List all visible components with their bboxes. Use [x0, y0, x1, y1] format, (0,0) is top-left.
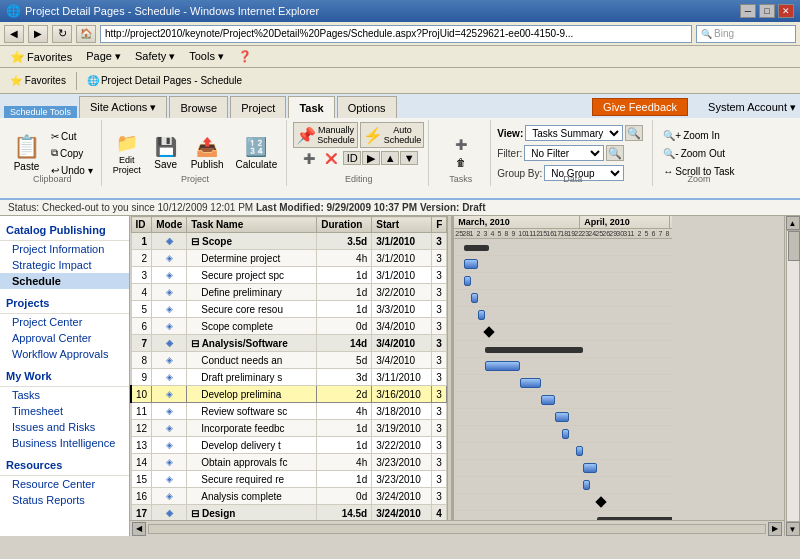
table-row[interactable]: 9 ◈ Draft preliminary s 3d 3/11/2010 3: [131, 369, 447, 386]
tab-site-actions[interactable]: Site Actions ▾: [79, 96, 168, 118]
vertical-scrollbar[interactable]: ▲ ▼: [784, 216, 800, 536]
table-row[interactable]: 8 ◈ Conduct needs an 5d 3/4/2010 3: [131, 352, 447, 369]
menu-page[interactable]: Page ▾: [80, 48, 127, 65]
tasks-insert-button[interactable]: ➕: [451, 136, 471, 152]
cell-taskname: Secure required re: [187, 471, 317, 488]
table-row[interactable]: 7 ◈ ⊟ Analysis/Software 14d 3/4/2010 3: [131, 335, 447, 352]
table-row[interactable]: 16 ◈ Analysis complete 0d 3/24/2010 3: [131, 488, 447, 505]
zoom-in-btn[interactable]: 🔍+ Zoom In: [659, 127, 738, 143]
sidebar-item-business-intelligence[interactable]: Business Intelligence: [0, 435, 129, 451]
sidebar-item-tasks[interactable]: Tasks: [0, 387, 129, 403]
col-mode: Mode: [152, 217, 187, 233]
minimize-button[interactable]: ─: [740, 4, 756, 18]
cell-f: 3: [432, 352, 447, 369]
publish-button[interactable]: 📤 Publish: [186, 128, 229, 178]
expand-button[interactable]: ▼: [400, 151, 418, 165]
collapse-button[interactable]: ▲: [381, 151, 399, 165]
sidebar-item-resource-center[interactable]: Resource Center: [0, 476, 129, 492]
scroll-up-button[interactable]: ▲: [786, 216, 800, 230]
gantt-task-bar: [555, 412, 569, 422]
sidebar-item-approval-center[interactable]: Approval Center: [0, 330, 129, 346]
scroll-right-button[interactable]: ▶: [768, 522, 782, 536]
table-row[interactable]: 2 ◈ Determine project 4h 3/1/2010 3: [131, 250, 447, 267]
scroll-track[interactable]: [786, 230, 800, 522]
menu-help[interactable]: ❓: [232, 48, 258, 65]
paste-button[interactable]: 📋 Paste: [8, 128, 45, 178]
table-row[interactable]: 11 ◈ Review software sc 4h 3/18/2010 3: [131, 403, 447, 420]
table-row[interactable]: 5 ◈ Secure core resou 1d 3/3/2010 3: [131, 301, 447, 318]
scroll-thumb[interactable]: [788, 231, 800, 261]
gantt-row: [454, 409, 672, 426]
outdent-button[interactable]: ID: [343, 151, 361, 165]
view-select[interactable]: Tasks Summary: [525, 125, 623, 141]
close-button[interactable]: ✕: [778, 4, 794, 18]
cell-id: 1: [131, 233, 152, 250]
table-row[interactable]: 13 ◈ Develop delivery t 1d 3/22/2010 3: [131, 437, 447, 454]
zoom-out-button[interactable]: 🔍: [606, 145, 624, 161]
save-button[interactable]: 💾 Save: [148, 128, 184, 178]
sidebar-item-status-reports[interactable]: Status Reports: [0, 492, 129, 508]
sidebar-item-workflow-approvals[interactable]: Workflow Approvals: [0, 346, 129, 362]
sidebar-item-project-information[interactable]: Project Information: [0, 241, 129, 257]
table-row[interactable]: 17 ◈ ⊟ Design 14.5d 3/24/2010 4: [131, 505, 447, 521]
cut-button[interactable]: ✂ Cut: [47, 128, 97, 144]
refresh-button[interactable]: ↻: [52, 25, 72, 43]
menu-tools[interactable]: Tools ▾: [183, 48, 230, 65]
auto-schedule-button[interactable]: ⚡ AutoSchedule: [360, 122, 425, 148]
address-input[interactable]: [100, 25, 692, 43]
gantt-row: [454, 256, 672, 273]
menu-safety[interactable]: Safety ▾: [129, 48, 181, 65]
scroll-down-button[interactable]: ▼: [786, 522, 800, 536]
table-row[interactable]: 14 ◈ Obtain approvals fc 4h 3/23/2010 3: [131, 454, 447, 471]
back-button[interactable]: ◀: [4, 25, 24, 43]
zoom-in-button[interactable]: 🔍: [625, 125, 643, 141]
maximize-button[interactable]: □: [759, 4, 775, 18]
gantt-date-cell: 5: [496, 229, 503, 238]
system-account[interactable]: System Account ▾: [708, 101, 796, 114]
menu-favorites[interactable]: ⭐Favorites: [4, 48, 78, 66]
gantt-date-cell: 8: [664, 229, 671, 238]
bottom-scrollbar[interactable]: ◀ ▶: [130, 520, 784, 536]
sidebar-item-project-center[interactable]: Project Center: [0, 314, 129, 330]
table-row[interactable]: 4 ◈ Define preliminary 1d 3/2/2010 3: [131, 284, 447, 301]
feedback-button[interactable]: Give Feedback: [592, 98, 688, 116]
horizontal-scrollbar[interactable]: [148, 524, 766, 534]
cell-id: 15: [131, 471, 152, 488]
gantt-task-bar: [583, 480, 590, 490]
forward-button[interactable]: ▶: [28, 25, 48, 43]
tasks-delete-button[interactable]: 🗑: [452, 154, 470, 170]
gantt-row: [454, 443, 672, 460]
indent-button[interactable]: ▶: [362, 151, 380, 165]
delete-button[interactable]: ❌: [321, 150, 341, 166]
home-button[interactable]: 🏠: [76, 25, 96, 43]
scroll-left-button[interactable]: ◀: [132, 522, 146, 536]
search-icon: 🔍: [701, 29, 712, 39]
copy-button[interactable]: ⧉ Copy: [47, 145, 97, 161]
calculate-button[interactable]: 🔢 Calculate: [231, 128, 283, 178]
search-box[interactable]: 🔍 Bing: [696, 25, 796, 43]
filter-select[interactable]: No Filter: [524, 145, 604, 161]
tab-options[interactable]: Options: [337, 96, 397, 118]
gantt-date-cell: 22: [573, 229, 580, 238]
grid-table-wrapper[interactable]: ID Mode Task Name Duration Start F 1 ◈ ⊟…: [130, 216, 784, 520]
table-row[interactable]: 10 ◈ Develop prelimina 2d 3/16/2010 3: [131, 386, 447, 403]
sidebar-item-issues-risks[interactable]: Issues and Risks: [0, 419, 129, 435]
table-row[interactable]: 3 ◈ Secure project spc 1d 3/1/2010 3: [131, 267, 447, 284]
project-detail-link[interactable]: 🌐 Project Detail Pages - Schedule: [81, 74, 248, 87]
zoom-out-btn[interactable]: 🔍- Zoom Out: [659, 145, 738, 161]
table-row[interactable]: 15 ◈ Secure required re 1d 3/23/2010 3: [131, 471, 447, 488]
table-row[interactable]: 1 ◈ ⊟ Scope 3.5d 3/1/2010 3: [131, 233, 447, 250]
manually-schedule-button[interactable]: 📌 ManuallySchedule: [293, 122, 358, 148]
tab-task[interactable]: Task: [288, 96, 334, 118]
insert-button[interactable]: ➕: [299, 150, 319, 166]
sidebar-item-strategic-impact[interactable]: Strategic Impact: [0, 257, 129, 273]
favorites-toolbar-btn[interactable]: ⭐ Favorites: [4, 74, 72, 87]
edit-project-button[interactable]: 📁 EditProject: [108, 128, 146, 178]
tab-browse[interactable]: Browse: [169, 96, 228, 118]
sidebar-item-timesheet[interactable]: Timesheet: [0, 403, 129, 419]
tab-project[interactable]: Project: [230, 96, 286, 118]
sidebar-item-schedule[interactable]: Schedule: [0, 273, 129, 289]
table-row[interactable]: 12 ◈ Incorporate feedbc 1d 3/19/2010 3: [131, 420, 447, 437]
table-row[interactable]: 6 ◈ Scope complete 0d 3/4/2010 3: [131, 318, 447, 335]
cell-id: 4: [131, 284, 152, 301]
